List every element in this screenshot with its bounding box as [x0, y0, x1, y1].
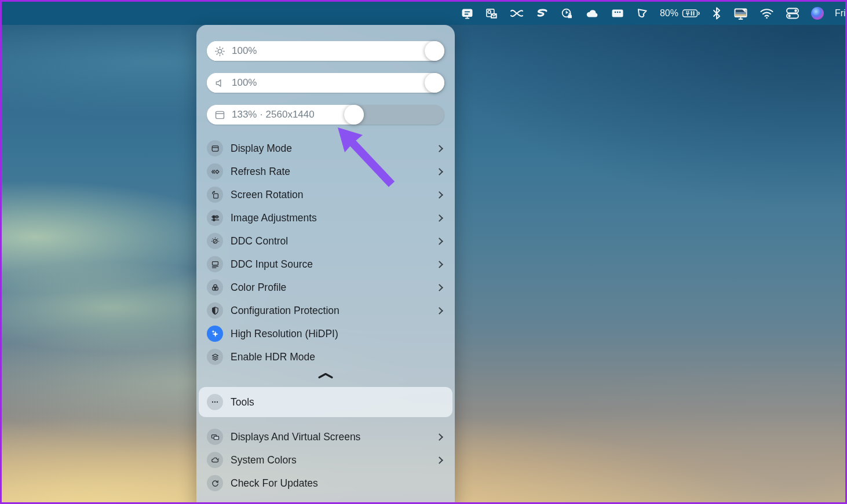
ddc-control-icon	[207, 233, 223, 249]
resolution-slider[interactable]: 133% · 2560x1440	[207, 105, 444, 125]
menu-item-label: Displays And Virtual Screens	[231, 431, 360, 443]
menu-item-label: DDC Input Source	[231, 258, 313, 271]
menu-item-ddc-control[interactable]: DDC Control	[196, 229, 455, 253]
menu-item-enable-hdr[interactable]: Enable HDR Mode	[196, 345, 455, 368]
flag-icon[interactable]	[636, 7, 649, 20]
chevron-right-icon	[436, 168, 443, 176]
volume-slider-thumb[interactable]	[425, 73, 444, 93]
image-adjustments-icon	[207, 210, 223, 226]
menu-bar: 80%	[2, 2, 845, 25]
chevron-right-icon	[436, 145, 443, 152]
chevron-right-icon	[436, 456, 443, 464]
menu-item-label: Refresh Rate	[231, 166, 290, 178]
resolution-value-label: 133% · 2560x1440	[232, 109, 315, 120]
wifi-icon[interactable]	[760, 8, 774, 19]
update-refresh-icon	[207, 475, 223, 491]
menu-item-label: High Resolution (HiDPI)	[231, 328, 338, 340]
collapse-section-control[interactable]	[196, 368, 455, 384]
speaker-icon	[214, 77, 226, 89]
menu-item-label: Configuration Protection	[231, 305, 339, 317]
crossed-waves-icon[interactable]	[509, 7, 524, 20]
menu-item-high-resolution[interactable]: High Resolution (HiDPI)	[196, 322, 455, 345]
cloud-paint-icon	[207, 452, 223, 468]
screen-rotation-icon	[207, 187, 223, 203]
chevron-up-icon	[317, 371, 334, 381]
menu-item-label: Image Adjustments	[231, 212, 317, 224]
chevron-right-icon	[436, 214, 443, 222]
sparkle-icon	[207, 326, 223, 342]
chevron-right-icon	[436, 191, 443, 199]
menu-item-label: Screen Rotation	[231, 189, 304, 201]
display-icon	[214, 109, 226, 121]
menu-item-ddc-input-source[interactable]: DDC Input Source	[196, 253, 455, 276]
menu-item-check-for-updates[interactable]: Check For Updates	[196, 472, 455, 495]
volume-slider[interactable]: 100%	[207, 73, 444, 93]
time-lock-icon[interactable]	[560, 7, 574, 20]
chevron-right-icon	[436, 284, 443, 291]
menu-item-configuration-protection[interactable]: Configuration Protection	[196, 299, 455, 322]
control-center-icon[interactable]	[785, 7, 800, 20]
menu-item-label: Enable HDR Mode	[231, 351, 315, 363]
menu-item-label: Check For Updates	[231, 477, 318, 490]
volume-value-label: 100%	[232, 77, 257, 89]
menu-list: Display Mode Refresh Rate	[196, 137, 455, 368]
color-profile-icon	[207, 279, 223, 295]
layers-icon	[207, 349, 223, 365]
menu-item-display-mode[interactable]: Display Mode	[196, 137, 455, 160]
chevron-right-icon	[436, 433, 443, 441]
brightness-slider-thumb[interactable]	[425, 41, 444, 61]
menu-item-label: Display Mode	[231, 143, 292, 155]
screen-mirroring-icon[interactable]	[733, 6, 749, 20]
annotation-arrow	[333, 124, 399, 192]
menu-item-label: Color Profile	[231, 282, 286, 294]
dual-displays-icon	[207, 429, 223, 445]
menu-item-label: DDC Control	[231, 235, 288, 247]
tools-label: Tools	[231, 396, 254, 408]
bluetooth-icon[interactable]	[711, 6, 722, 20]
ddc-input-source-icon	[207, 256, 223, 272]
battery-percent-label: 80%	[660, 8, 678, 19]
brightness-value-label: 100%	[232, 45, 257, 57]
sun-icon	[214, 45, 226, 57]
cloud-icon[interactable]	[585, 7, 600, 20]
chevron-right-icon	[436, 307, 443, 315]
menubar-date-label[interactable]: Fri 2	[835, 8, 847, 19]
slider-group: 100% 100%	[196, 41, 455, 125]
menu-item-color-profile[interactable]: Color Profile	[196, 276, 455, 299]
menu-item-refresh-rate[interactable]: Refresh Rate	[196, 160, 455, 183]
chevron-right-icon	[436, 261, 443, 268]
bottom-menu-list: Displays And Virtual Screens System Colo…	[196, 425, 455, 495]
keyboard-icon[interactable]	[611, 7, 625, 20]
screenshot-frame: 80%	[0, 0, 847, 504]
resolution-slider-thumb[interactable]	[344, 105, 364, 125]
siri-icon[interactable]	[811, 7, 824, 20]
menu-item-image-adjustments[interactable]: Image Adjustments	[196, 206, 455, 229]
battery-status[interactable]: 80%	[660, 8, 700, 19]
expressvpn-icon[interactable]	[535, 7, 549, 20]
menu-item-displays-virtual-screens[interactable]: Displays And Virtual Screens	[196, 425, 455, 448]
brightness-slider[interactable]: 100%	[207, 41, 444, 61]
betterdisplay-menu-panel: 100% 100%	[196, 25, 455, 504]
battery-icon	[682, 9, 700, 18]
menu-item-system-colors[interactable]: System Colors	[196, 448, 455, 472]
tools-menu-item[interactable]: Tools	[199, 387, 452, 417]
ellipsis-icon	[207, 394, 223, 410]
chevron-right-icon	[436, 238, 443, 245]
menu-item-screen-rotation[interactable]: Screen Rotation	[196, 183, 455, 206]
display-mode-icon	[207, 140, 223, 156]
screenshot-icon[interactable]	[485, 7, 498, 20]
refresh-rate-icon	[207, 163, 223, 180]
display-settings-icon[interactable]	[461, 7, 474, 20]
shield-icon	[207, 302, 223, 319]
menu-item-label: System Colors	[231, 454, 297, 466]
